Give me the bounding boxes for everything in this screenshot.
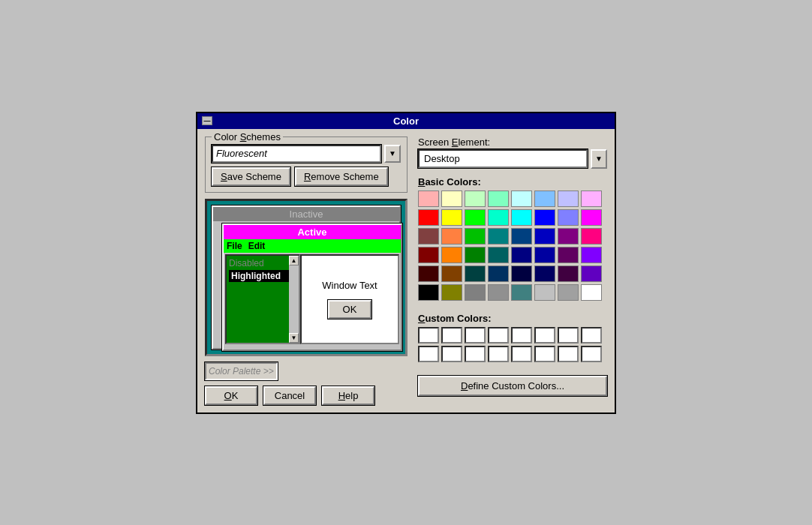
active-title: Active xyxy=(224,225,401,239)
ok-button[interactable]: OK xyxy=(205,386,257,405)
basic-color-cell[interactable] xyxy=(465,209,486,226)
scroll-up-btn[interactable]: ▲ xyxy=(289,256,299,266)
basic-color-cell[interactable] xyxy=(534,266,555,282)
system-menu-icon[interactable]: — xyxy=(202,116,212,125)
basic-colors-label: Basic Colors: xyxy=(418,176,607,188)
custom-colors-section: Custom Colors: xyxy=(418,308,607,362)
basic-color-cell[interactable] xyxy=(534,190,555,207)
basic-color-cell[interactable] xyxy=(558,284,579,301)
basic-color-cell[interactable] xyxy=(418,247,439,263)
custom-color-cell[interactable] xyxy=(418,346,439,362)
custom-color-cell[interactable] xyxy=(465,346,486,362)
basic-color-cell[interactable] xyxy=(511,266,532,282)
basic-color-cell[interactable] xyxy=(465,228,486,244)
custom-colors-label: Custom Colors: xyxy=(418,313,607,324)
remove-scheme-button[interactable]: Remove Scheme xyxy=(295,167,388,186)
basic-color-cell[interactable] xyxy=(581,284,602,301)
basic-color-cell[interactable] xyxy=(581,209,602,226)
basic-color-cell[interactable] xyxy=(558,266,579,282)
custom-color-cell[interactable] xyxy=(534,346,555,362)
inactive-title: Inactive xyxy=(213,207,399,221)
basic-color-cell[interactable] xyxy=(418,266,439,282)
basic-color-cell[interactable] xyxy=(418,228,439,244)
custom-color-cell[interactable] xyxy=(581,327,602,344)
define-custom-colors-btn[interactable]: Define Custom Colors... xyxy=(418,376,607,396)
disabled-text: Disabled xyxy=(229,258,296,268)
highlighted-text: Highlighted xyxy=(229,270,296,282)
basic-color-cell[interactable] xyxy=(465,284,486,301)
basic-colors-section: Basic Colors: xyxy=(418,176,607,301)
right-panel: Screen Element: Desktop ▼ Basic Colors: … xyxy=(418,136,607,405)
basic-color-cell[interactable] xyxy=(465,247,486,263)
basic-color-cell[interactable] xyxy=(465,190,486,207)
bottom-row: OK Cancel Help xyxy=(205,386,408,405)
title-bar-left: — xyxy=(202,116,212,125)
help-button[interactable]: Help xyxy=(322,386,374,405)
basic-color-cell[interactable] xyxy=(581,266,602,282)
basic-color-cell[interactable] xyxy=(441,209,462,226)
screen-element-value: Desktop xyxy=(418,149,588,168)
color-palette-area: Color Palette >> xyxy=(205,362,408,380)
basic-color-cell[interactable] xyxy=(441,228,462,244)
basic-color-cell[interactable] xyxy=(534,284,555,301)
custom-color-cell[interactable] xyxy=(511,327,532,344)
basic-color-cell[interactable] xyxy=(581,247,602,263)
basic-color-cell[interactable] xyxy=(441,190,462,207)
basic-color-cell[interactable] xyxy=(558,209,579,226)
scroll-down-btn[interactable]: ▼ xyxy=(289,333,299,343)
custom-color-cell[interactable] xyxy=(488,346,509,362)
basic-color-cell[interactable] xyxy=(441,247,462,263)
basic-color-cell[interactable] xyxy=(511,247,532,263)
custom-color-cell[interactable] xyxy=(441,346,462,362)
basic-color-grid xyxy=(418,190,607,301)
basic-color-cell[interactable] xyxy=(418,284,439,301)
basic-color-cell[interactable] xyxy=(465,266,486,282)
custom-color-cell[interactable] xyxy=(558,346,579,362)
custom-color-cell[interactable] xyxy=(441,327,462,344)
basic-color-cell[interactable] xyxy=(534,209,555,226)
basic-color-cell[interactable] xyxy=(558,190,579,207)
custom-color-cell[interactable] xyxy=(465,327,486,344)
basic-color-cell[interactable] xyxy=(441,266,462,282)
basic-color-cell[interactable] xyxy=(488,247,509,263)
basic-color-cell[interactable] xyxy=(441,284,462,301)
color-schemes-label: Color Schemes xyxy=(212,131,283,142)
basic-color-cell[interactable] xyxy=(558,247,579,263)
menu-edit[interactable]: Edit xyxy=(248,241,266,251)
basic-color-cell[interactable] xyxy=(511,190,532,207)
scheme-buttons: Save Scheme Remove Scheme xyxy=(212,167,401,186)
custom-color-cell[interactable] xyxy=(418,327,439,344)
menu-bar: File Edit xyxy=(224,239,401,253)
basic-color-cell[interactable] xyxy=(558,228,579,244)
save-scheme-button[interactable]: Save Scheme xyxy=(212,167,290,186)
basic-color-cell[interactable] xyxy=(488,228,509,244)
custom-color-cell[interactable] xyxy=(534,327,555,344)
scheme-input[interactable] xyxy=(212,145,381,163)
custom-color-cell[interactable] xyxy=(488,327,509,344)
basic-color-cell[interactable] xyxy=(511,284,532,301)
basic-color-cell[interactable] xyxy=(534,247,555,263)
basic-color-cell[interactable] xyxy=(488,190,509,207)
basic-color-cell[interactable] xyxy=(511,209,532,226)
basic-color-cell[interactable] xyxy=(418,209,439,226)
dialog-title: Color xyxy=(212,116,600,127)
basic-color-cell[interactable] xyxy=(418,190,439,207)
custom-color-cell[interactable] xyxy=(581,346,602,362)
basic-color-cell[interactable] xyxy=(511,228,532,244)
screen-element-dropdown-btn[interactable]: ▼ xyxy=(591,149,607,169)
basic-color-cell[interactable] xyxy=(534,228,555,244)
custom-color-cell[interactable] xyxy=(558,327,579,344)
basic-color-cell[interactable] xyxy=(488,266,509,282)
basic-color-cell[interactable] xyxy=(488,209,509,226)
screen-element-section: Screen Element: Desktop ▼ xyxy=(418,136,607,169)
basic-color-cell[interactable] xyxy=(488,284,509,301)
menu-file[interactable]: File xyxy=(227,241,242,251)
basic-color-cell[interactable] xyxy=(581,228,602,244)
cancel-button[interactable]: Cancel xyxy=(263,386,316,405)
inner-ok-btn[interactable]: OK xyxy=(328,300,372,319)
custom-color-cell[interactable] xyxy=(511,346,532,362)
scrollbar: ▲ ▼ xyxy=(289,256,299,343)
basic-color-cell[interactable] xyxy=(581,190,602,207)
color-palette-btn[interactable]: Color Palette >> xyxy=(205,362,278,380)
scheme-dropdown-btn[interactable]: ▼ xyxy=(384,145,401,163)
